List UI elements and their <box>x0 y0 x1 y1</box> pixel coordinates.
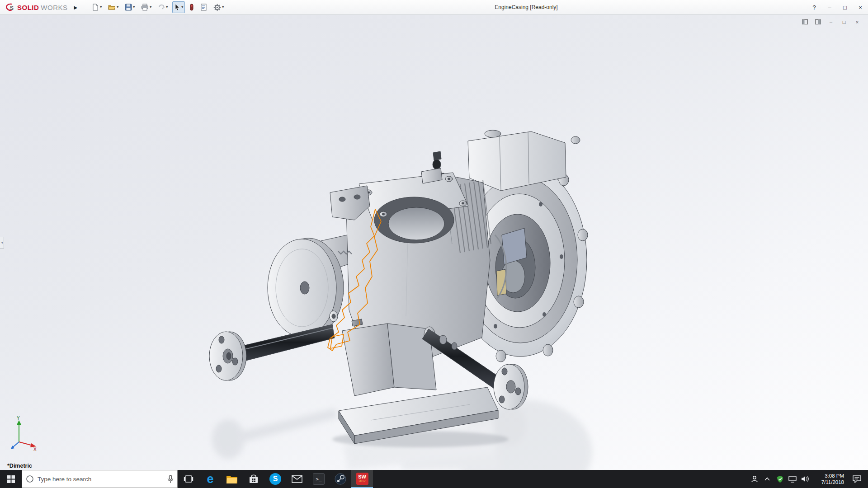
dock-pane-right-icon <box>815 19 821 24</box>
minimize-button[interactable]: – <box>822 0 837 15</box>
action-center-button[interactable] <box>848 470 866 488</box>
volume-tray-button[interactable] <box>799 470 811 488</box>
options-button[interactable]: ▾ <box>212 1 226 13</box>
security-tray-button[interactable] <box>774 470 786 488</box>
skype-icon: S <box>269 473 281 485</box>
clock-date: 7/11/2018 <box>821 479 844 485</box>
task-view-icon <box>184 475 193 483</box>
speaker-icon <box>801 475 809 483</box>
people-button[interactable] <box>748 470 761 488</box>
window-controls: ? – □ × <box>807 0 868 15</box>
help-button[interactable]: ? <box>807 0 822 15</box>
show-desktop-strip[interactable] <box>866 470 868 488</box>
engine-casing-model[interactable] <box>0 15 868 470</box>
taskbar-clock[interactable]: 3:08 PM 7/11/2018 <box>811 470 848 488</box>
search-input[interactable] <box>38 476 164 483</box>
brand-solid: SOLID <box>17 4 39 11</box>
gear-icon <box>213 4 221 11</box>
windows-logo-icon <box>7 475 15 483</box>
quick-access-toolbar: ▾ ▾ ▾ <box>90 1 226 13</box>
chevron-down-icon[interactable]: ▾ <box>150 5 151 9</box>
edge-icon: e <box>207 472 213 486</box>
microphone-icon[interactable] <box>167 475 174 483</box>
display-network-icon <box>788 476 797 483</box>
chevron-down-icon[interactable]: ▾ <box>181 5 183 9</box>
edge-button[interactable]: e <box>199 470 221 488</box>
chevron-down-icon[interactable]: ▾ <box>117 5 118 9</box>
document-title: EngineCasing [Read-only] <box>495 0 557 15</box>
new-document-icon <box>92 4 99 11</box>
doc-restore-button[interactable]: □ <box>840 18 849 26</box>
document-window-controls: – □ × <box>800 18 862 26</box>
system-tray: 3:08 PM 7/11/2018 <box>748 470 868 488</box>
svg-text:S: S <box>10 5 14 11</box>
network-tray-button[interactable] <box>786 470 799 488</box>
print-icon <box>141 4 149 11</box>
brand-works: WORKS <box>41 4 67 11</box>
triad-y-label: Y <box>17 416 20 421</box>
command-prompt-icon: >_ <box>313 473 325 485</box>
file-explorer-button[interactable] <box>221 470 243 488</box>
view-orientation-label: *Dimetric <box>7 463 32 469</box>
file-properties-icon <box>200 4 207 11</box>
save-button[interactable]: ▾ <box>123 1 137 13</box>
windows-taskbar: e S >_ <box>0 470 868 488</box>
solidworks-taskbar-button[interactable]: SW 2017 <box>351 470 373 488</box>
people-icon <box>750 475 759 483</box>
solidworks-app-icon: SW 2017 <box>356 473 368 485</box>
file-properties-button[interactable] <box>198 1 209 13</box>
chevron-up-icon <box>764 477 770 481</box>
doc-close-button[interactable]: × <box>853 18 862 26</box>
taskbar-search[interactable] <box>22 470 178 488</box>
open-folder-icon <box>108 4 116 11</box>
rebuild-stoplight-icon <box>189 4 194 11</box>
mail-button[interactable] <box>286 470 308 488</box>
task-view-button[interactable] <box>178 470 199 488</box>
left-shaft <box>209 324 335 380</box>
tray-overflow-button[interactable] <box>761 470 774 488</box>
panel-collapse-handle[interactable]: ◂ <box>0 237 4 249</box>
solidworks-logo: S SOLIDWORKS <box>0 3 68 12</box>
titlebar: S SOLIDWORKS ▶ ▾ ▾ <box>0 0 868 15</box>
mail-icon <box>292 475 302 483</box>
maximize-button[interactable]: □ <box>837 0 853 15</box>
rebuild-button[interactable] <box>188 1 196 13</box>
undo-button[interactable]: ▾ <box>156 1 170 13</box>
clock-time: 3:08 PM <box>825 473 844 479</box>
doc-minimize-button[interactable]: – <box>826 18 835 26</box>
graphics-viewport[interactable]: – □ × ◂ Y X *Dimetric <box>0 15 868 470</box>
chevron-down-icon[interactable]: ▾ <box>100 5 102 9</box>
solidworks-window: S SOLIDWORKS ▶ ▾ ▾ <box>0 0 868 488</box>
open-button[interactable]: ▾ <box>106 1 120 13</box>
new-document-button[interactable]: ▾ <box>90 1 104 13</box>
store-icon <box>249 474 259 484</box>
dock-pane-left-button[interactable] <box>800 18 809 26</box>
cortana-icon <box>26 475 34 483</box>
close-button[interactable]: × <box>853 0 868 15</box>
action-center-icon <box>853 475 861 483</box>
steam-button[interactable] <box>330 470 351 488</box>
chevron-down-icon[interactable]: ▾ <box>133 5 135 9</box>
reference-triad: Y X <box>10 416 38 451</box>
dock-pane-left-icon <box>802 19 808 24</box>
file-explorer-icon <box>226 474 238 484</box>
select-button[interactable]: ▾ <box>172 1 185 13</box>
menu-expand-button[interactable]: ▶ <box>74 0 78 15</box>
skype-button[interactable]: S <box>264 470 286 488</box>
dassault-logo-icon: S <box>5 3 15 12</box>
select-cursor-icon <box>174 4 180 11</box>
chevron-down-icon[interactable]: ▾ <box>222 5 224 9</box>
store-button[interactable] <box>243 470 264 488</box>
dock-pane-right-button[interactable] <box>813 18 822 26</box>
steam-icon <box>335 473 346 485</box>
undo-icon <box>158 4 165 11</box>
start-button[interactable] <box>0 470 22 488</box>
command-prompt-button[interactable]: >_ <box>308 470 330 488</box>
save-icon <box>125 4 132 11</box>
shield-icon <box>777 475 783 483</box>
print-button[interactable]: ▾ <box>139 1 153 13</box>
chevron-down-icon[interactable]: ▾ <box>166 5 168 9</box>
triad-x-label: X <box>33 447 37 451</box>
